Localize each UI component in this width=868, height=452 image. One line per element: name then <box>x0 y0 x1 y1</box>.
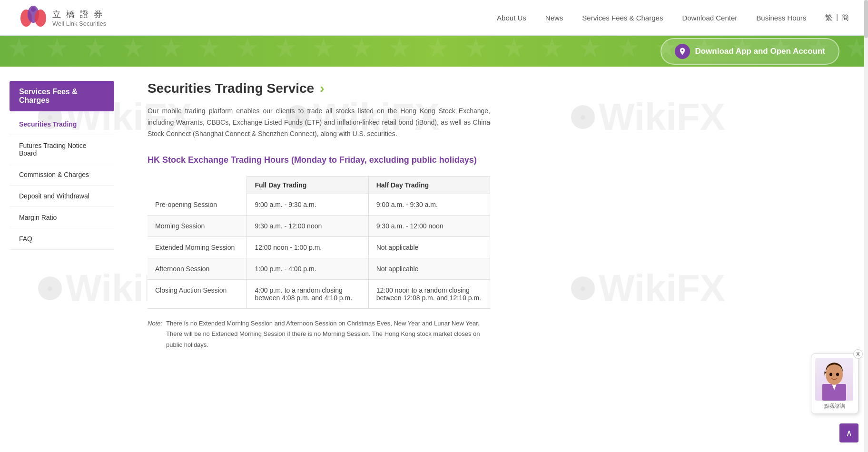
nav-news[interactable]: News <box>545 14 563 22</box>
full-day-closing: 4:00 p.m. to a random closing between 4:… <box>247 280 368 309</box>
download-button-label: Download App and Open Account <box>695 47 825 56</box>
title-arrow-icon: › <box>320 81 324 96</box>
main-content: Securities Trading Service › Our mobile … <box>124 67 868 452</box>
full-day-afternoon: 1:00 p.m. - 4:00 p.m. <box>247 258 368 280</box>
sidebar-item-futures[interactable]: Futures Trading Notice Board <box>10 135 114 164</box>
logo-icon <box>19 5 48 31</box>
download-banner: Download App and Open Account <box>0 36 868 67</box>
full-day-morning: 9:30 a.m. - 12:00 noon <box>247 216 368 237</box>
svg-point-8 <box>829 373 832 376</box>
session-name-preopening: Pre-opening Session <box>148 194 247 216</box>
table-col-full-day: Full Day Trading <box>247 177 368 194</box>
half-day-morning: 9:30 a.m. - 12:00 noon <box>368 216 490 237</box>
scrollbar-thumb[interactable] <box>864 0 868 38</box>
sidebar-item-faq[interactable]: FAQ <box>10 228 114 250</box>
table-row-morning: Morning Session 9:30 a.m. - 12:00 noon 9… <box>148 216 490 237</box>
session-name-morning: Morning Session <box>148 216 247 237</box>
full-day-extended: 12:00 noon - 1:00 p.m. <box>247 237 368 258</box>
chat-close-button[interactable]: X <box>853 349 863 359</box>
table-row-preopening: Pre-opening Session 9:00 a.m. - 9:30 a.m… <box>148 194 490 216</box>
table-row-afternoon: Afternoon Session 1:00 p.m. - 4:00 p.m. … <box>148 258 490 280</box>
nav-services[interactable]: Services Fees & Charges <box>582 14 663 22</box>
sidebar-active-item[interactable]: Services Fees & Charges <box>10 81 114 111</box>
chat-label: 點我諮詢 <box>815 403 854 410</box>
nav-about[interactable]: About Us <box>497 14 526 22</box>
download-button[interactable]: Download App and Open Account <box>661 38 839 65</box>
session-name-closing: Closing Auction Session <box>148 280 247 309</box>
table-col-session <box>148 177 247 194</box>
sidebar-item-margin[interactable]: Margin Ratio <box>10 207 114 228</box>
half-day-afternoon: Not applicable <box>368 258 490 280</box>
note-line-1: There is no Extended Morning Session and… <box>166 318 490 329</box>
header: 立 橋 證 券 Well Link Securities About Us Ne… <box>0 0 868 36</box>
lang-traditional[interactable]: 繁 <box>825 13 832 22</box>
nav-hours[interactable]: Business Hours <box>756 14 806 22</box>
content-area: ● WikiFX ● WikiFX ● WikiFX ● WikiFX ● Wi… <box>0 67 868 452</box>
sidebar-item-securities[interactable]: Securities Trading <box>10 114 114 135</box>
logo-english-text: Well Link Securities <box>52 20 106 27</box>
svg-point-9 <box>836 373 839 376</box>
svg-point-3 <box>31 7 36 12</box>
main-nav: About Us News Services Fees & Charges Do… <box>497 13 849 22</box>
half-day-preopening: 9:00 a.m. - 9:30 a.m. <box>368 194 490 216</box>
intro-text: Our mobile trading platform enables our … <box>148 106 490 139</box>
chat-avatar <box>815 358 853 401</box>
table-col-half-day: Half Day Trading <box>368 177 490 194</box>
nav-lang: 繁 | 簡 <box>825 13 849 22</box>
logo-chinese-text: 立 橋 證 券 <box>52 9 106 20</box>
logo-area: 立 橋 證 券 Well Link Securities <box>19 5 106 31</box>
sidebar-item-deposit[interactable]: Deposit and Withdrawal <box>10 186 114 207</box>
section-title: HK Stock Exchange Trading Hours (Monday … <box>148 154 490 167</box>
scroll-to-top-button[interactable]: ∧ <box>839 423 858 442</box>
note-line-2: There will be no Extended Morning Sessio… <box>166 329 490 350</box>
nav-download[interactable]: Download Center <box>682 14 737 22</box>
half-day-closing: 12:00 noon to a random closing between 1… <box>368 280 490 309</box>
note-label: Note: <box>148 318 166 350</box>
full-day-preopening: 9:00 a.m. - 9:30 a.m. <box>247 194 368 216</box>
session-name-afternoon: Afternoon Session <box>148 258 247 280</box>
chat-widget[interactable]: X 點我諮詢 <box>811 354 858 414</box>
half-day-extended: Not applicable <box>368 237 490 258</box>
lang-simplified[interactable]: 簡 <box>842 13 849 22</box>
note-section: Note: There is no Extended Morning Sessi… <box>148 318 490 350</box>
download-icon <box>675 44 690 59</box>
sidebar-item-commission[interactable]: Commission & Charges <box>10 164 114 186</box>
trading-hours-table: Full Day Trading Half Day Trading Pre-op… <box>148 176 490 309</box>
page-title-text: Securities Trading Service <box>148 81 314 96</box>
sidebar: Services Fees & Charges Securities Tradi… <box>0 67 124 452</box>
table-row-extended-morning: Extended Morning Session 12:00 noon - 1:… <box>148 237 490 258</box>
session-name-extended: Extended Morning Session <box>148 237 247 258</box>
table-row-closing: Closing Auction Session 4:00 p.m. to a r… <box>148 280 490 309</box>
page-title: Securities Trading Service › <box>148 81 844 96</box>
svg-point-7 <box>826 364 843 385</box>
svg-point-2 <box>35 10 46 27</box>
